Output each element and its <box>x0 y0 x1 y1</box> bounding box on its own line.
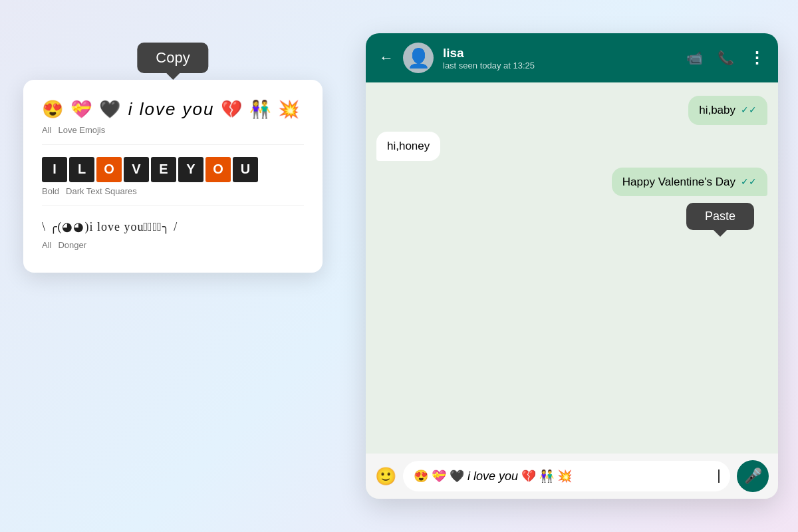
paste-tooltip-wrapper: Paste <box>686 203 754 230</box>
contact-info: lisa last seen today at 13:25 <box>443 46 677 70</box>
avatar-icon: 👤 <box>407 47 430 69</box>
message-1: hi,baby ✓✓ <box>688 96 767 125</box>
font-row-squares[interactable]: I L O V E Y O U Bold Dark Text Squares <box>42 157 304 206</box>
dark-squares-preview: I L O V E Y O U <box>42 157 304 182</box>
emoji-button[interactable]: 🙂 <box>375 466 396 487</box>
chat-messages: hi,baby ✓✓ hi,honey Happy Valentine's Da… <box>366 82 778 454</box>
emoji-meta: All Love Emojis <box>42 125 304 135</box>
sq-L: L <box>69 157 94 182</box>
message-3-text: Happy Valentine's Day <box>622 174 735 190</box>
mic-button[interactable]: 🎤 <box>737 460 769 492</box>
sq-E: E <box>151 157 176 182</box>
avatar: 👤 <box>403 43 434 73</box>
sq-U: U <box>233 157 258 182</box>
tag-bold: Bold <box>42 186 59 196</box>
message-3-ticks: ✓✓ <box>741 176 757 189</box>
chat-header: ← 👤 lisa last seen today at 13:25 📹 📞 ⋮ <box>366 33 778 82</box>
font-row-emoji[interactable]: 😍 💝 🖤 i love you 💔 👫 💥 All Love Emojis <box>42 98 304 145</box>
contact-name: lisa <box>443 46 677 61</box>
tag-donger: Donger <box>58 240 86 250</box>
back-button[interactable]: ← <box>379 49 394 66</box>
donger-meta: All Donger <box>42 240 304 250</box>
input-text: 😍 💝 🖤 i love you 💔 👫 💥 <box>414 469 718 483</box>
copy-tooltip-label: Copy <box>156 49 190 66</box>
font-row-donger[interactable]: \ ╭(◕◕)i love youͦ͜ʖͦ╮ / All Donger <box>42 218 304 259</box>
donger-preview: \ ╭(◕◕)i love youͦ͜ʖͦ╮ / <box>42 218 304 236</box>
message-1-ticks: ✓✓ <box>741 104 757 117</box>
tag-all-donger: All <box>42 240 51 250</box>
message-2-text: hi,honey <box>387 140 430 152</box>
header-icons: 📹 📞 ⋮ <box>686 49 765 67</box>
message-input-box[interactable]: 😍 💝 🖤 i love you 💔 👫 💥 <box>403 461 730 491</box>
squares-meta: Bold Dark Text Squares <box>42 186 304 196</box>
tag-all: All <box>42 125 51 135</box>
sq-V: V <box>124 157 149 182</box>
sq-O: O <box>96 157 122 182</box>
copy-tooltip[interactable]: Copy <box>137 43 208 73</box>
input-cursor <box>718 469 720 483</box>
message-1-text: hi,baby <box>699 102 735 118</box>
contact-status: last seen today at 13:25 <box>443 61 677 70</box>
emoji-preview: 😍 💝 🖤 i love you 💔 👫 💥 <box>42 98 304 121</box>
tag-love-emojis: Love Emojis <box>58 125 105 135</box>
tag-dark-text: Dark Text Squares <box>66 186 137 196</box>
more-options-icon[interactable]: ⋮ <box>749 49 765 67</box>
phone-icon[interactable]: 📞 <box>718 50 734 66</box>
message-2: hi,honey <box>376 132 440 161</box>
chat-input-area: 🙂 😍 💝 🖤 i love you 💔 👫 💥 🎤 <box>366 454 778 499</box>
sq-O2: O <box>205 157 231 182</box>
paste-tooltip[interactable]: Paste <box>686 203 754 230</box>
copy-card: Copy 😍 💝 🖤 i love you 💔 👫 💥 All Love Emo… <box>23 80 323 273</box>
chat-panel: ← 👤 lisa last seen today at 13:25 📹 📞 ⋮ … <box>366 33 778 499</box>
video-call-icon[interactable]: 📹 <box>686 50 703 66</box>
mic-icon: 🎤 <box>744 467 762 485</box>
sq-I: I <box>42 157 67 182</box>
message-3: Happy Valentine's Day ✓✓ <box>612 168 767 197</box>
paste-tooltip-label: Paste <box>705 209 735 223</box>
sq-Y: Y <box>178 157 203 182</box>
